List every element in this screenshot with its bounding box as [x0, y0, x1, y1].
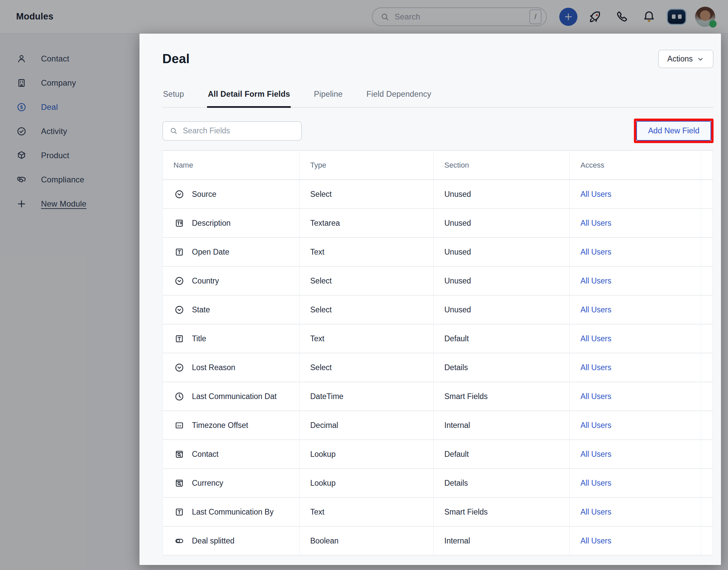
- field-name: Currency: [192, 479, 223, 488]
- table-row[interactable]: Last Communication ByTextSmart FieldsAll…: [163, 498, 713, 527]
- field-access-cell: All Users: [569, 324, 701, 353]
- field-type-cell: Textarea: [299, 209, 433, 237]
- field-type-cell: Select: [299, 267, 433, 295]
- table-row[interactable]: StateSelectUnusedAll Users: [163, 296, 713, 324]
- field-access-cell: All Users: [569, 440, 701, 468]
- table-row[interactable]: CountrySelectUnusedAll Users: [163, 267, 713, 296]
- overflow-cell: [701, 238, 713, 266]
- field-access-cell: All Users: [569, 353, 701, 382]
- field-section-cell: Internal: [433, 411, 569, 439]
- field-access-cell: All Users: [569, 296, 701, 324]
- field-name: Lost Reason: [192, 363, 235, 372]
- field-access-cell: All Users: [569, 238, 701, 266]
- access-link[interactable]: All Users: [580, 536, 611, 545]
- table-row[interactable]: DescriptionTextareaUnusedAll Users: [163, 209, 713, 238]
- access-link[interactable]: All Users: [580, 421, 611, 430]
- field-name: Deal splitted: [192, 536, 235, 545]
- field-name-cell: Currency: [163, 469, 299, 497]
- field-name: Open Date: [192, 248, 229, 257]
- text-icon: [174, 334, 185, 344]
- search-fields-placeholder: Search Fields: [183, 126, 230, 135]
- table-row[interactable]: Open DateTextUnusedAll Users: [163, 238, 713, 267]
- column-header-name: Name: [163, 151, 299, 179]
- overflow-cell: [701, 440, 713, 468]
- field-access-cell: All Users: [569, 209, 701, 237]
- decimal-icon: 0.0: [174, 420, 185, 431]
- field-name-cell: Contact: [163, 440, 299, 468]
- access-link[interactable]: All Users: [580, 363, 611, 372]
- field-access-cell: All Users: [569, 498, 701, 526]
- field-section-cell: Unused: [433, 267, 569, 295]
- search-fields-input[interactable]: Search Fields: [162, 121, 302, 141]
- access-link[interactable]: All Users: [580, 450, 611, 459]
- field-access-cell: All Users: [569, 527, 701, 555]
- field-type-cell: Decimal: [299, 411, 433, 439]
- access-link[interactable]: All Users: [580, 508, 611, 517]
- field-name: Country: [192, 276, 219, 286]
- field-access-cell: All Users: [569, 267, 701, 295]
- field-type-cell: Select: [299, 180, 433, 208]
- lookup-icon: [174, 478, 185, 488]
- table-row[interactable]: Deal splittedBooleanInternalAll Users: [163, 527, 713, 556]
- text-icon: [174, 247, 185, 257]
- module-tabs: SetupAll Detail Form FieldsPipelineField…: [162, 86, 714, 108]
- access-link[interactable]: All Users: [580, 219, 611, 228]
- field-section-cell: Default: [433, 324, 569, 353]
- field-name-cell: Title: [163, 324, 299, 353]
- table-row[interactable]: TitleTextDefaultAll Users: [163, 324, 713, 353]
- overflow-cell: [701, 324, 713, 353]
- tab-pipeline[interactable]: Pipeline: [313, 86, 343, 108]
- field-name: Title: [192, 334, 206, 343]
- table-row[interactable]: 0.0Timezone OffsetDecimalInternalAll Use…: [163, 411, 713, 440]
- field-type-cell: Text: [299, 238, 433, 266]
- field-type-cell: Select: [299, 353, 433, 382]
- field-type-cell: Select: [299, 296, 433, 324]
- field-type-cell: Lookup: [299, 469, 433, 497]
- overflow-cell: [701, 527, 713, 555]
- table-row[interactable]: Lost ReasonSelectDetailsAll Users: [163, 353, 713, 382]
- boolean-icon: [174, 536, 185, 546]
- field-name-cell: Open Date: [163, 238, 299, 266]
- table-row[interactable]: ContactLookupDefaultAll Users: [163, 440, 713, 469]
- add-new-field-button[interactable]: Add New Field: [636, 121, 711, 141]
- field-section-cell: Smart Fields: [433, 498, 569, 526]
- access-link[interactable]: All Users: [580, 248, 611, 257]
- field-name: Last Communication By: [192, 508, 274, 517]
- tab-all-detail-form-fields[interactable]: All Detail Form Fields: [207, 86, 291, 108]
- actions-button[interactable]: Actions: [658, 50, 714, 68]
- tab-field-dependency[interactable]: Field Dependency: [366, 86, 432, 108]
- field-type-cell: Lookup: [299, 440, 433, 468]
- access-link[interactable]: All Users: [580, 479, 611, 488]
- svg-text:0.0: 0.0: [177, 424, 181, 427]
- table-row[interactable]: Last Communication DatDateTimeSmart Fiel…: [163, 382, 713, 411]
- field-section-cell: Smart Fields: [433, 382, 569, 410]
- access-link[interactable]: All Users: [580, 305, 611, 314]
- access-link[interactable]: All Users: [580, 334, 611, 343]
- overflow-cell: [701, 296, 713, 324]
- field-name-cell: Country: [163, 267, 299, 295]
- field-section-cell: Unused: [433, 296, 569, 324]
- field-type-cell: Boolean: [299, 527, 433, 555]
- access-link[interactable]: All Users: [580, 276, 611, 286]
- tab-setup[interactable]: Setup: [162, 86, 185, 108]
- field-name: Source: [192, 190, 216, 199]
- overflow-cell: [701, 209, 713, 237]
- table-row[interactable]: SourceSelectUnusedAll Users: [163, 180, 713, 209]
- datetime-icon: [174, 391, 185, 402]
- field-name: Contact: [192, 450, 218, 459]
- table-row[interactable]: CurrencyLookupDetailsAll Users: [163, 469, 713, 498]
- select-icon: [174, 305, 185, 315]
- field-name: Description: [192, 219, 231, 228]
- overflow-cell: [701, 469, 713, 497]
- search-icon: [169, 126, 178, 135]
- chevron-down-icon: [697, 55, 704, 63]
- deal-module-panel: Deal Actions SetupAll Detail Form Fields…: [139, 34, 721, 565]
- field-name: State: [192, 305, 210, 314]
- field-name: Last Communication Dat: [192, 392, 277, 401]
- field-section-cell: Details: [433, 353, 569, 382]
- field-section-cell: Unused: [433, 180, 569, 208]
- access-link[interactable]: All Users: [580, 392, 611, 401]
- access-link[interactable]: All Users: [580, 190, 611, 199]
- field-name-cell: Source: [163, 180, 299, 208]
- field-access-cell: All Users: [569, 180, 701, 208]
